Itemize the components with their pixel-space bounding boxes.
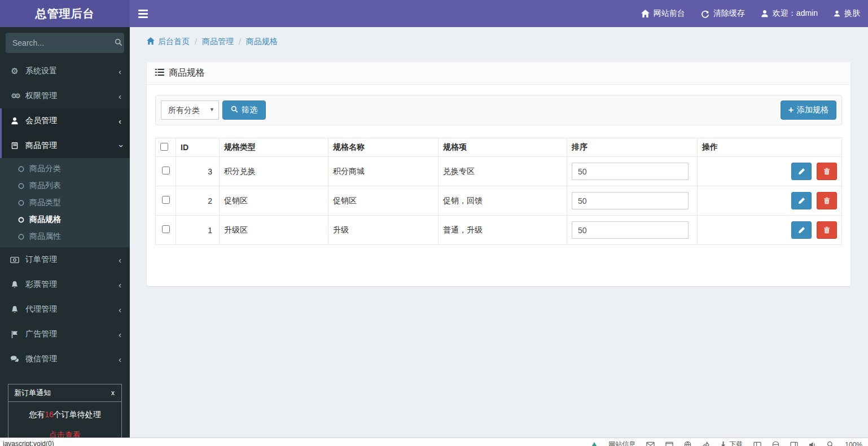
col-header-actions: 操作 [698,138,842,157]
cell-id: 2 [176,186,220,216]
bell-icon [8,281,21,289]
site-front-link[interactable]: 网站前台 [633,0,693,27]
cell-spec-name: 升级 [328,216,439,245]
pencil-icon [798,226,805,234]
circle-o-icon [18,234,24,240]
select-all-checkbox[interactable] [160,143,168,151]
sidebar-item-ads[interactable]: 广告管理 ‹ [0,322,130,347]
clear-cache-link[interactable]: 清除缓存 [693,0,753,27]
circle-o-icon [18,166,24,172]
speaker-icon[interactable] [809,441,816,446]
breadcrumb-product-management-link[interactable]: 商品管理 [202,37,234,47]
sidebar-item-product-categories[interactable]: 商品分类 [0,160,130,177]
breadcrumb-separator: / [239,37,241,46]
chevron-left-icon: ‹ [119,355,121,364]
row-checkbox[interactable] [162,167,170,174]
window2-icon[interactable] [753,441,761,446]
sidebar-item-product-attributes[interactable]: 商品属性 [0,228,130,245]
search-icon[interactable] [115,38,122,48]
panel-icon[interactable] [790,441,798,446]
sidebar-item-agents[interactable]: 代理管理 ‹ [0,297,130,322]
zoom-magnifier-icon[interactable] [827,441,834,446]
globe2-icon[interactable] [772,441,779,446]
user-icon [761,10,769,18]
row-checkbox[interactable] [162,196,170,204]
sidebar-item-product-specs[interactable]: 商品规格 [0,211,130,228]
notification-message: 您有16个订单待处理 [29,410,101,419]
close-icon[interactable]: x [110,389,116,397]
edit-button[interactable] [791,192,812,209]
table-row: 1 升级区 升级 普通，升级 [156,216,842,245]
site-info-label[interactable]: 网站信息 [608,440,635,446]
skin-user-icon [834,10,840,18]
sidebar-item-permissions[interactable]: ⚙⚙ 权限管理 ‹ [0,84,130,108]
cell-id: 1 [176,216,220,245]
cell-spec-items: 促销，回馈 [439,186,567,216]
edit-button[interactable] [791,163,812,180]
cell-spec-type: 积分兑换 [220,157,328,186]
mail-icon[interactable] [646,441,655,446]
sidebar-item-system-settings[interactable]: ⚙ 系统设置 ‹ [0,59,130,84]
chevron-left-icon: ‹ [119,281,121,289]
sidebar-item-wechat[interactable]: 微信管理 ‹ [0,347,130,371]
notification-title: 新订单通知 [14,388,51,398]
sort-input[interactable] [572,221,689,239]
sidebar-item-orders[interactable]: 订单管理 ‹ [0,247,130,272]
sort-input[interactable] [572,163,689,180]
sidebar: ⚙ 系统设置 ‹ ⚙⚙ 权限管理 ‹ 会员管理 ‹ 商品管理 ‹ [0,27,130,438]
table-header-row: ID 规格类型 规格名称 规格项 排序 操作 [156,138,842,157]
circle-o-icon [18,217,24,223]
share-icon[interactable] [702,441,709,446]
cell-spec-name: 积分商城 [328,157,439,186]
search-input[interactable] [12,38,115,47]
col-header-id: ID [176,138,220,157]
chevron-down-icon: ‹ [116,145,124,147]
cell-spec-type: 促销区 [220,186,328,216]
breadcrumb-home-link[interactable]: 后台首页 [147,37,190,47]
new-order-notification: 新订单通知 x 您有16个订单待处理 点击查看 [8,384,122,438]
sort-input[interactable] [572,192,689,209]
chevron-left-icon: ‹ [119,117,121,125]
filter-toolbar: 所有分类 ▼ 筛选 + 添加规格 [155,95,842,125]
sidebar-item-product-types[interactable]: 商品类型 [0,194,130,211]
delete-button[interactable] [817,221,837,239]
edit-button[interactable] [791,221,812,239]
delete-button[interactable] [817,192,837,209]
pending-order-count: 16 [45,410,54,419]
products-submenu: 商品分类 商品列表 商品类型 商品规格 商品属性 [0,158,130,247]
user-icon [8,117,21,125]
home-icon [147,37,155,46]
delete-button[interactable] [817,163,837,180]
top-bar: 总管理后台 网站前台 清除缓存 欢迎：admin [0,0,868,27]
pencil-icon [798,168,805,175]
circle-o-icon [18,183,24,189]
filter-button[interactable]: 筛选 [222,100,266,120]
zoom-level[interactable]: 100% [845,441,862,446]
window-icon[interactable] [665,441,673,446]
sidebar-item-product-list[interactable]: 商品列表 [0,177,130,194]
breadcrumb-separator: / [195,37,197,46]
cell-id: 3 [176,157,220,186]
app-logo[interactable]: 总管理后台 [0,0,130,27]
globe-icon[interactable] [684,441,691,446]
sidebar-item-products[interactable]: 商品管理 ‹ [0,133,130,158]
welcome-admin[interactable]: 欢迎：admin [753,0,826,27]
change-skin-link[interactable]: 换肤 [826,0,868,27]
sidebar-item-lottery[interactable]: 彩票管理 ‹ [0,272,130,297]
sidebar-toggle-button[interactable] [130,0,156,27]
speed-icon[interactable] [591,442,598,446]
comments-icon [8,355,21,363]
flag-icon [8,330,21,339]
row-checkbox[interactable] [162,225,170,233]
status-link-text: javascript:void(0) [3,440,54,446]
chevron-left-icon: ‹ [119,256,121,264]
pencil-icon [798,197,805,204]
view-orders-link[interactable]: 点击查看 [13,430,117,438]
download-item[interactable]: 下载 [720,440,743,446]
category-select[interactable]: 所有分类 [161,100,219,120]
add-spec-button[interactable]: + 添加规格 [781,100,836,120]
chevron-left-icon: ‹ [119,330,121,339]
sidebar-search-form [6,33,124,53]
sidebar-item-members[interactable]: 会员管理 ‹ [0,108,130,133]
breadcrumb-current-page: 商品规格 [246,37,278,47]
